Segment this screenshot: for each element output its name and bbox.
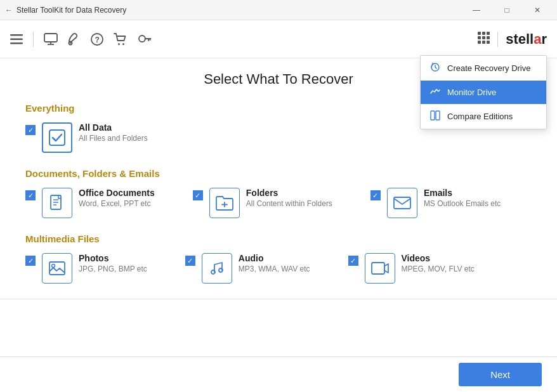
svg-point-10 bbox=[122, 43, 124, 45]
svg-text:?: ? bbox=[95, 36, 100, 44]
svg-rect-14 bbox=[487, 32, 490, 35]
svg-rect-36 bbox=[372, 263, 384, 274]
svg-rect-17 bbox=[487, 36, 490, 39]
toolbar-right: stellar Create Recovery Drive bbox=[477, 31, 547, 48]
item-name: Photos bbox=[79, 253, 147, 263]
dropdown-menu: Create Recovery Drive Monitor Drive C bbox=[420, 55, 547, 129]
toolbar-divider-1 bbox=[33, 32, 34, 47]
office-docs-text: Office Documents Word, Excel, PPT etc bbox=[79, 188, 155, 208]
item-sub: All Content within Folders bbox=[246, 199, 332, 208]
svg-point-33 bbox=[52, 265, 55, 268]
logo-text: stellar bbox=[506, 31, 547, 48]
svg-rect-13 bbox=[482, 32, 485, 35]
window-title: Stellar ToolKit for Data Recovery bbox=[16, 6, 126, 15]
photos-icon bbox=[42, 253, 72, 284]
item-emails: Emails MS Outlook Emails etc bbox=[370, 188, 501, 218]
svg-point-35 bbox=[219, 268, 223, 272]
item-name: Emails bbox=[424, 188, 501, 198]
svg-rect-12 bbox=[478, 32, 481, 35]
checkbox-indicator[interactable] bbox=[185, 256, 195, 266]
svg-point-9 bbox=[118, 43, 120, 45]
videos-text: Videos MPEG, MOV, FLV etc bbox=[402, 253, 475, 273]
checkbox-emails[interactable] bbox=[370, 190, 381, 200]
key-icon[interactable] bbox=[138, 33, 152, 46]
svg-rect-3 bbox=[44, 34, 57, 42]
photos-text: Photos JPG, PNG, BMP etc bbox=[79, 253, 147, 273]
toolbar-left: ? bbox=[10, 32, 152, 47]
item-videos: Videos MPEG, MOV, FLV etc bbox=[348, 253, 475, 284]
office-docs-icon bbox=[42, 188, 72, 218]
grid-apps-icon[interactable] bbox=[477, 31, 490, 47]
checkbox-office-docs[interactable] bbox=[25, 190, 36, 200]
folders-text: Folders All Content within Folders bbox=[246, 188, 332, 208]
menu-item-compare-editions[interactable]: Compare Editions bbox=[421, 104, 546, 129]
checkbox-videos[interactable] bbox=[348, 256, 358, 266]
svg-rect-22 bbox=[431, 111, 435, 120]
help-icon[interactable]: ? bbox=[91, 33, 103, 46]
svg-rect-23 bbox=[436, 111, 440, 120]
svg-rect-19 bbox=[482, 41, 485, 44]
audio-text: Audio MP3, WMA, WAV etc bbox=[239, 253, 310, 273]
cart-icon[interactable] bbox=[114, 33, 128, 46]
hamburger-icon[interactable] bbox=[10, 34, 23, 44]
title-bar: ← Stellar ToolKit for Data Recovery — □ … bbox=[0, 0, 557, 20]
item-all-data: All Data All Files and Folders bbox=[25, 122, 148, 153]
item-photos: Photos JPG, PNG, BMP etc bbox=[25, 253, 147, 284]
menu-item-label: Compare Editions bbox=[447, 112, 513, 121]
brush-icon[interactable] bbox=[68, 33, 81, 46]
toolbar-separator bbox=[497, 32, 498, 47]
section-multimedia: Multimedia Files Photos JPG, PNG, BMP et… bbox=[25, 233, 532, 284]
monitor-drive-icon bbox=[429, 87, 441, 98]
svg-rect-32 bbox=[49, 262, 65, 275]
folders-icon bbox=[209, 188, 240, 218]
next-button[interactable]: Next bbox=[459, 363, 542, 386]
item-name: Videos bbox=[402, 253, 475, 263]
svg-rect-20 bbox=[487, 41, 490, 44]
item-folders: Folders All Content within Folders bbox=[193, 188, 332, 218]
items-row-documents: Office Documents Word, Excel, PPT etc bbox=[25, 188, 532, 218]
checkbox-indicator[interactable] bbox=[370, 190, 381, 200]
checkbox-folders[interactable] bbox=[193, 190, 203, 200]
menu-item-label: Create Recovery Drive bbox=[447, 63, 531, 73]
stellar-logo: stellar bbox=[506, 31, 547, 48]
minimize-button[interactable]: — bbox=[462, 1, 491, 20]
item-name: All Data bbox=[79, 122, 148, 133]
checkbox-audio[interactable] bbox=[185, 256, 195, 266]
item-sub: All Files and Folders bbox=[79, 134, 148, 143]
checkbox-photos[interactable] bbox=[25, 256, 36, 266]
toolbar: ? bbox=[0, 20, 557, 58]
checkbox-all-data[interactable] bbox=[25, 125, 36, 135]
svg-rect-0 bbox=[10, 34, 23, 36]
svg-rect-31 bbox=[394, 197, 410, 209]
item-audio: Audio MP3, WMA, WAV etc bbox=[185, 253, 310, 284]
checkbox-indicator[interactable] bbox=[348, 256, 358, 266]
back-icon[interactable]: ← bbox=[5, 6, 13, 15]
close-button[interactable]: ✕ bbox=[523, 1, 552, 20]
svg-point-34 bbox=[211, 270, 215, 274]
section-label-documents: Documents, Folders & Emails bbox=[25, 168, 532, 179]
item-name: Office Documents bbox=[79, 188, 155, 198]
checkbox-indicator[interactable] bbox=[25, 190, 36, 200]
menu-item-create-recovery-drive[interactable]: Create Recovery Drive bbox=[421, 56, 546, 81]
svg-point-11 bbox=[139, 36, 145, 42]
item-sub: MS Outlook Emails etc bbox=[424, 199, 501, 208]
menu-item-monitor-drive[interactable]: Monitor Drive bbox=[421, 81, 546, 104]
item-sub: MP3, WMA, WAV etc bbox=[239, 265, 310, 273]
checkbox-indicator[interactable] bbox=[25, 125, 36, 135]
bottom-divider bbox=[0, 299, 557, 299]
checkbox-indicator[interactable] bbox=[193, 190, 203, 200]
svg-rect-24 bbox=[49, 130, 65, 145]
item-name: Audio bbox=[239, 253, 310, 263]
all-data-text: All Data All Files and Folders bbox=[79, 122, 148, 143]
items-row-multimedia: Photos JPG, PNG, BMP etc Audio bbox=[25, 253, 532, 284]
maximize-button[interactable]: □ bbox=[492, 1, 521, 20]
monitor-icon[interactable] bbox=[44, 33, 58, 46]
menu-item-label: Monitor Drive bbox=[447, 88, 496, 97]
svg-rect-2 bbox=[10, 42, 23, 44]
svg-rect-1 bbox=[10, 38, 23, 40]
videos-icon bbox=[365, 253, 395, 284]
checkbox-indicator[interactable] bbox=[25, 256, 36, 266]
item-sub: Word, Excel, PPT etc bbox=[79, 199, 155, 208]
audio-icon bbox=[202, 253, 232, 284]
emails-icon bbox=[387, 188, 417, 218]
